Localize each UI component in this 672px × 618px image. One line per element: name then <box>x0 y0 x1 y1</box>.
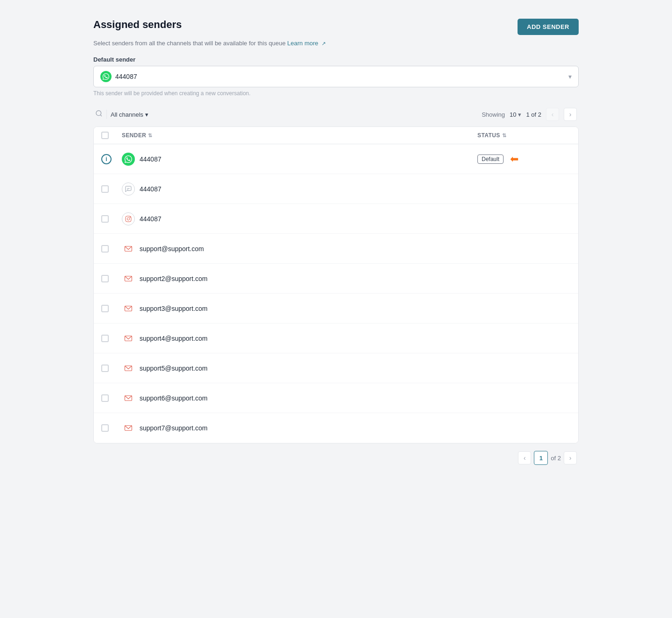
of-label: of 2 <box>551 455 561 462</box>
pagination-info: 1 of 2 <box>526 111 541 118</box>
sender-name: 444087 <box>140 155 161 163</box>
vertical-divider <box>106 110 107 119</box>
svg-point-5 <box>130 217 130 217</box>
sender-cell: support6@support.com <box>122 392 477 405</box>
sender-name: support6@support.com <box>140 394 208 402</box>
default-sender-value: 444087 <box>115 73 137 80</box>
sender-name: support7@support.com <box>140 424 208 432</box>
email-sender-icon <box>122 421 135 435</box>
bottom-next-button[interactable]: › <box>564 451 577 464</box>
row-checkbox[interactable] <box>101 365 109 372</box>
row-checkbox[interactable] <box>101 275 109 282</box>
row-checkbox[interactable] <box>101 335 109 342</box>
table-row: i 444087 Default ⬅ <box>94 144 578 174</box>
showing-count-select[interactable]: 10 ▾ <box>510 111 521 118</box>
default-badge: Default <box>477 154 504 164</box>
status-cell: Default ⬅ <box>477 153 571 165</box>
sms-sender-icon <box>122 183 135 196</box>
table-row: 444087 <box>94 174 578 204</box>
bottom-prev-button[interactable]: ‹ <box>518 451 531 464</box>
email-sender-icon <box>122 392 135 405</box>
whatsapp-icon <box>100 71 112 82</box>
page-title: Assigned senders <box>93 19 182 31</box>
page-subtitle: Select senders from all the channels tha… <box>93 40 579 47</box>
row-checkbox[interactable] <box>101 215 109 223</box>
table-row: support2@support.com <box>94 264 578 294</box>
default-sender-label: Default sender <box>93 56 579 63</box>
sender-cell: support5@support.com <box>122 362 477 375</box>
table-row: support7@support.com <box>94 413 578 443</box>
status-column-header: Status ⇅ <box>477 132 571 139</box>
add-sender-button[interactable]: ADD SENDER <box>518 19 579 35</box>
sender-name: support@support.com <box>140 245 204 253</box>
sender-cell: support4@support.com <box>122 332 477 345</box>
whatsapp-sender-icon <box>122 153 135 166</box>
prev-page-button[interactable]: ‹ <box>546 108 559 121</box>
sender-cell: 444087 <box>122 183 477 196</box>
status-sort-icon[interactable]: ⇅ <box>502 133 506 139</box>
sender-cell: 444087 <box>122 153 477 166</box>
bottom-pagination: ‹ 1 of 2 › <box>93 443 579 465</box>
next-page-button[interactable]: › <box>564 108 577 121</box>
row-checkbox[interactable] <box>101 394 109 402</box>
sender-sort-icon[interactable]: ⇅ <box>148 133 152 139</box>
sender-hint: This sender will be provided when creati… <box>93 90 579 97</box>
learn-more-link[interactable]: Learn more ↗ <box>287 40 326 47</box>
sender-name: 444087 <box>140 185 161 193</box>
email-sender-icon <box>122 242 135 255</box>
table-row: support4@support.com <box>94 323 578 353</box>
row-checkbox[interactable] <box>101 185 109 193</box>
table-row: support6@support.com <box>94 383 578 413</box>
sender-name: 444087 <box>140 215 161 223</box>
sender-cell: support@support.com <box>122 242 477 255</box>
svg-line-1 <box>100 115 102 116</box>
table-header: Sender ⇅ Status ⇅ <box>94 127 578 144</box>
search-icon[interactable] <box>95 110 103 119</box>
sender-cell: support7@support.com <box>122 421 477 435</box>
arrow-back-icon: ⬅ <box>510 153 518 165</box>
email-sender-icon <box>122 272 135 285</box>
senders-table: Sender ⇅ Status ⇅ i 444087 <box>93 126 579 443</box>
email-sender-icon <box>122 332 135 345</box>
sender-name: support3@support.com <box>140 305 208 312</box>
showing-chevron-icon: ▾ <box>518 111 521 118</box>
table-controls: All channels ▾ Showing 10 ▾ 1 of 2 ‹ › <box>93 108 579 121</box>
sender-cell: support2@support.com <box>122 272 477 285</box>
default-sender-select[interactable]: 444087 ▾ <box>93 66 579 87</box>
table-row: support3@support.com <box>94 294 578 323</box>
table-row: support@support.com <box>94 234 578 264</box>
svg-point-0 <box>96 111 101 116</box>
info-icon[interactable]: i <box>101 154 112 164</box>
current-page-button[interactable]: 1 <box>534 451 548 465</box>
email-sender-icon <box>122 302 135 315</box>
filter-chevron-icon: ▾ <box>145 111 148 118</box>
sender-name: support5@support.com <box>140 365 208 372</box>
channel-filter[interactable]: All channels ▾ <box>111 111 148 118</box>
showing-label: Showing <box>482 111 505 118</box>
row-checkbox[interactable] <box>101 424 109 432</box>
table-row: 444087 <box>94 204 578 234</box>
select-all-checkbox[interactable] <box>101 132 109 139</box>
sender-name: support4@support.com <box>140 335 208 342</box>
sender-name: support2@support.com <box>140 275 208 282</box>
chevron-down-icon: ▾ <box>568 73 572 80</box>
email-sender-icon <box>122 362 135 375</box>
sender-cell: support3@support.com <box>122 302 477 315</box>
external-link-icon: ↗ <box>322 41 326 47</box>
row-checkbox[interactable] <box>101 305 109 312</box>
sender-column-header: Sender ⇅ <box>122 132 477 139</box>
table-row: support5@support.com <box>94 353 578 383</box>
row-checkbox[interactable] <box>101 245 109 253</box>
sender-cell: 444087 <box>122 212 477 225</box>
instagram-sender-icon <box>122 212 135 225</box>
